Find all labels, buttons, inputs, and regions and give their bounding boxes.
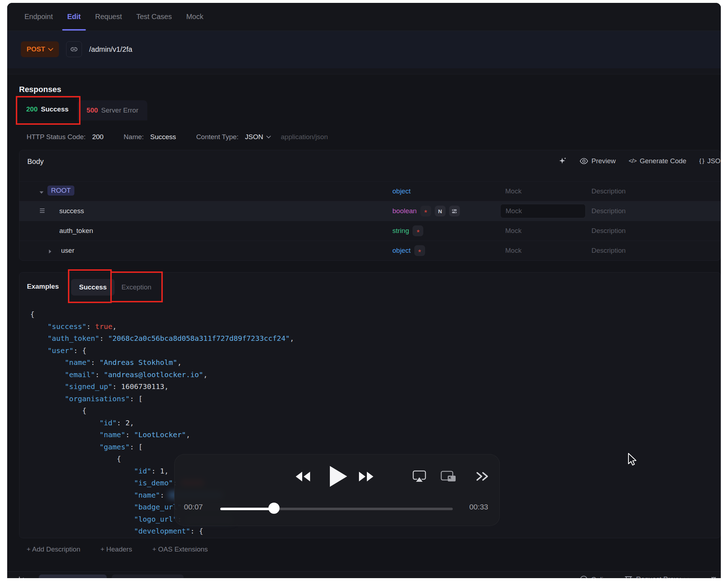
airplay-button[interactable] — [413, 470, 426, 482]
annotation-box-200-success — [16, 96, 80, 125]
field-type-cell[interactable]: boolean*N — [392, 201, 460, 221]
code-token: "id" — [134, 467, 151, 475]
table-row-user[interactable]: userobject*MockDescription — [19, 241, 720, 260]
play-button[interactable] — [330, 466, 347, 487]
tab-test-cases[interactable]: Test Cases — [136, 3, 172, 31]
field-settings-icon[interactable] — [449, 206, 460, 216]
name-value[interactable]: Success — [150, 133, 176, 141]
mock-cell[interactable]: Mock — [505, 182, 521, 201]
status-code-value[interactable]: 200 — [92, 133, 103, 141]
divider-band — [7, 68, 721, 74]
code-token — [30, 334, 47, 343]
description-cell[interactable]: Description — [591, 221, 626, 241]
chevron-down-icon[interactable] — [266, 136, 271, 138]
code-line: "organisations": [ — [30, 393, 294, 405]
code-token: "name" — [100, 430, 125, 439]
online-check-icon — [580, 575, 588, 578]
code-token — [30, 527, 134, 535]
request-proxy-label: Request Proxy — [636, 575, 681, 578]
code-token — [30, 443, 100, 451]
table-row-auth_token[interactable]: auth_tokenstring*MockDescription — [19, 221, 720, 241]
mock-input[interactable]: Mock — [500, 204, 586, 218]
tab-edit[interactable]: Edit — [67, 3, 81, 31]
player-total-time: 00:33 — [469, 503, 488, 511]
field-type-cell[interactable]: string* — [392, 221, 423, 241]
fast-forward-button[interactable] — [359, 472, 373, 481]
expand-caret-icon[interactable] — [40, 189, 43, 195]
method-dropdown[interactable]: POST — [21, 41, 59, 57]
collapse-sidebar-button[interactable] — [18, 576, 27, 578]
table-row-root[interactable]: ROOTobjectMockDescription — [19, 182, 720, 201]
field-name[interactable]: user — [61, 241, 74, 260]
code-token: 1 — [160, 467, 164, 475]
mock-cell[interactable]: Mock — [505, 221, 521, 241]
body-title: Body — [27, 157, 44, 166]
collapse-left-icon — [18, 576, 27, 578]
footer-link-oas-extensions[interactable]: + OAS Extensions — [152, 545, 208, 553]
response-tab-500[interactable]: 500Server Error — [78, 100, 147, 120]
tab-endpoint[interactable]: Endpoint — [24, 3, 53, 31]
table-row-success[interactable]: successboolean*NMockDescription — [19, 201, 720, 221]
collapse-caret-icon[interactable] — [49, 248, 51, 255]
nullable-badge[interactable]: N — [435, 206, 446, 216]
endpoint-path-input[interactable]: /admin/v1/2fa — [89, 41, 132, 57]
description-cell[interactable]: Description — [591, 201, 626, 221]
airplay-icon — [413, 470, 426, 482]
code-token: , — [177, 358, 181, 367]
description-cell[interactable]: Description — [591, 182, 626, 201]
mode-pill-request-first[interactable]: Request-first Mode — [112, 575, 184, 578]
code-token: : — [87, 322, 95, 331]
picture-in-picture-button[interactable] — [441, 471, 456, 482]
description-cell[interactable]: Description — [591, 241, 626, 260]
generate-code-button[interactable]: </> Generate Code — [629, 157, 687, 165]
code-token: : — [91, 358, 100, 367]
code-line: { — [30, 308, 294, 321]
tab-request[interactable]: Request — [95, 3, 122, 31]
code-line: "auth_token": "2068c2a0c56bca8d058a311f7… — [30, 333, 294, 345]
field-type: boolean — [392, 207, 417, 215]
link-icon-button[interactable] — [66, 41, 82, 57]
rewind-button[interactable] — [296, 472, 310, 481]
required-asterisk: * — [424, 208, 427, 214]
mode-pill-design-first[interactable]: Design-first Mode — [39, 575, 107, 578]
code-token: , — [290, 334, 294, 343]
code-token — [30, 467, 134, 475]
body-panel: Body Preview </> Generate Code { } JSON … — [19, 150, 721, 261]
footer-link-add-description[interactable]: + Add Description — [27, 545, 80, 553]
picture-in-picture-icon — [441, 471, 456, 482]
field-name[interactable]: auth_token — [59, 221, 93, 241]
online-status[interactable]: Online — [580, 575, 611, 578]
code-token: : — [112, 382, 121, 391]
annotation-box-example-exception — [110, 271, 163, 302]
field-type-cell[interactable]: object — [392, 182, 411, 201]
mock-cell[interactable]: Mock — [505, 241, 521, 260]
code-token: : [ — [130, 394, 143, 403]
code-token: "Andreas Stokholm" — [100, 358, 178, 367]
json-schema-button[interactable]: { } JSON — [699, 157, 721, 165]
footer-link-headers[interactable]: + Headers — [100, 545, 132, 553]
bug-icon — [710, 575, 718, 578]
schema-table: ROOTobjectMockDescriptionsuccessboolean*… — [19, 181, 720, 260]
code-line: "name": "LootLocker", — [30, 429, 294, 441]
code-token: 1606730113 — [121, 382, 164, 391]
request-proxy-selector[interactable]: Request Proxy — [624, 575, 688, 578]
player-scrubber[interactable] — [220, 508, 453, 510]
code-token: "is_demo" — [134, 479, 173, 487]
drag-handle[interactable] — [40, 208, 45, 215]
tab-mock[interactable]: Mock — [186, 3, 203, 31]
code-token: "email" — [65, 370, 95, 379]
content-type-select[interactable]: JSON — [245, 133, 263, 141]
code-token: "auth_token" — [47, 334, 100, 343]
debug-item[interactable]: C — [710, 575, 721, 578]
player-scrubber-knob[interactable] — [268, 503, 280, 514]
field-type: object — [392, 187, 411, 195]
code-token: "games" — [100, 443, 130, 451]
chevron-down-icon — [684, 578, 688, 578]
more-controls-button[interactable] — [476, 471, 489, 481]
field-type-cell[interactable]: object* — [392, 241, 425, 260]
code-token: , — [203, 370, 208, 379]
field-name[interactable]: success — [59, 201, 84, 221]
preview-button[interactable]: Preview — [580, 157, 616, 165]
ai-sparkle-button[interactable] — [558, 157, 567, 165]
mode-switcher: Design-first ModeRequest-first Mode — [39, 575, 184, 578]
